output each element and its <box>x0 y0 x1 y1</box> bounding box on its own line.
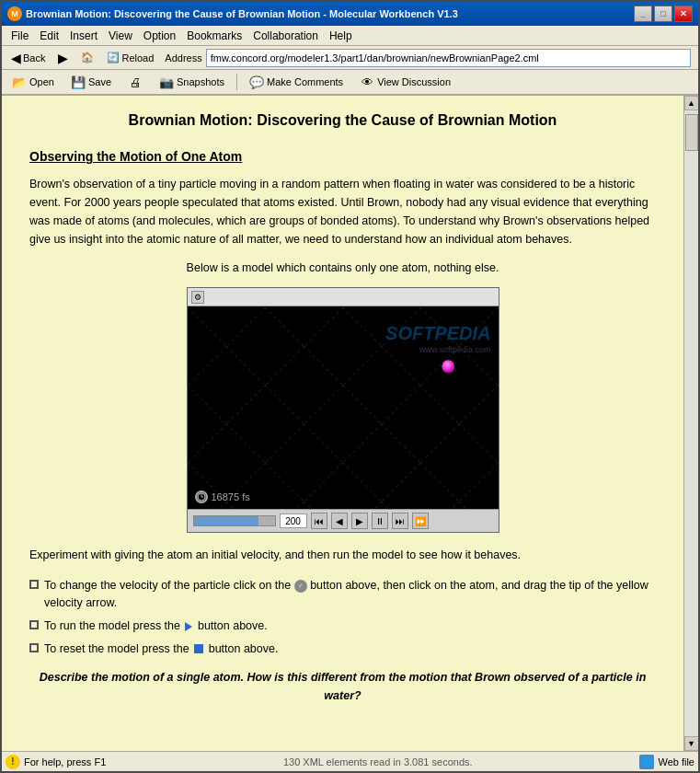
reload-icon: 🔄 <box>107 52 120 63</box>
title-bar-left: M Brownian Motion: Discovering the Cause… <box>7 6 458 21</box>
title-bar: M Brownian Motion: Discovering the Cause… <box>2 2 698 26</box>
nav-toolbar: ◀ Back ▶ 🏠 🔄 Reload Address <box>2 46 698 70</box>
instruction-2-text: To run the model press the button above. <box>44 617 656 635</box>
address-label: Address <box>165 52 201 63</box>
print-icon: 🖨 <box>128 75 143 89</box>
save-button[interactable]: 💾 Save <box>64 72 118 92</box>
scroll-up-button[interactable]: ▲ <box>684 96 699 110</box>
open-icon: 📂 <box>12 75 27 89</box>
view-discussion-button[interactable]: 👁 View Discussion <box>353 72 457 92</box>
back-label: Back <box>23 52 45 63</box>
close-button[interactable]: ✕ <box>674 6 693 22</box>
menu-option[interactable]: Option <box>138 28 181 44</box>
web-file-icon: 🌐 <box>639 755 654 769</box>
make-comments-button[interactable]: 💬 Make Comments <box>243 72 350 92</box>
svg-point-4 <box>442 361 454 374</box>
toolbar-divider <box>236 74 237 90</box>
save-label: Save <box>88 76 111 87</box>
minimize-button[interactable]: _ <box>634 6 652 22</box>
sim-time-value: 16875 fs <box>212 491 250 502</box>
menu-help[interactable]: Help <box>324 28 358 44</box>
title-bar-buttons: _ □ ✕ <box>634 6 693 22</box>
menu-collaboration[interactable]: Collaboration <box>247 28 324 44</box>
instructions-section: To change the velocity of the particle c… <box>29 577 656 657</box>
print-button[interactable]: 🖨 <box>121 72 149 92</box>
camera-icon: 📷 <box>159 75 174 89</box>
experiment-text: Experiment with giving the atom an initi… <box>29 546 656 564</box>
sim-speed-slider[interactable] <box>193 515 276 526</box>
address-bar: Address <box>165 49 691 67</box>
content-area: Brownian Motion: Discovering the Cause o… <box>2 96 698 751</box>
status-warning-icon: ! <box>6 755 20 769</box>
sim-timestamp: 16875 fs <box>195 490 250 503</box>
instruction-1-text: To change the velocity of the particle c… <box>44 577 656 612</box>
sim-speed-input[interactable] <box>280 513 307 528</box>
reset-icon <box>194 644 203 653</box>
back-button[interactable]: ◀ Back <box>6 48 51 68</box>
instruction-1: To change the velocity of the particle c… <box>29 577 656 612</box>
scrollbar-track: ▲ ▼ <box>683 96 698 751</box>
reload-button[interactable]: 🔄 Reload <box>101 49 159 66</box>
model-intro-text: Below is a model which contains only one… <box>29 261 656 274</box>
menu-view[interactable]: View <box>103 28 138 44</box>
address-input[interactable] <box>206 49 691 67</box>
back-arrow-icon: ◀ <box>11 51 21 65</box>
discussion-icon: 👁 <box>360 75 374 89</box>
status-right-text: Web file <box>658 756 694 767</box>
intro-paragraph: Brown's observation of a tiny particle m… <box>29 175 656 248</box>
window-title: Brownian Motion: Discovering the Cause o… <box>26 8 458 19</box>
forward-arrow-icon: ▶ <box>58 51 68 65</box>
play-icon <box>185 622 192 631</box>
status-bar: ! For help, press F1 130 XML elements re… <box>2 751 698 771</box>
clock-icon <box>195 490 208 503</box>
sim-step-forward-button[interactable]: ⏭ <box>392 513 408 529</box>
sim-settings-button[interactable]: ⚙ <box>191 291 204 304</box>
home-button[interactable]: 🏠 <box>75 49 99 66</box>
reload-label: Reload <box>121 52 154 63</box>
snapshots-button[interactable]: 📷 Snapshots <box>153 72 231 92</box>
sim-play-button[interactable]: ▶ <box>351 513 368 529</box>
menu-edit[interactable]: Edit <box>34 28 64 44</box>
question-text: Describe the motion of a single atom. Ho… <box>29 668 656 705</box>
main-window: M Brownian Motion: Discovering the Cause… <box>0 0 700 773</box>
status-center-text: 130 XML elements read in 3.081 seconds. <box>116 756 639 767</box>
simulation-wrapper: ⚙ <box>29 287 656 533</box>
bullet-1 <box>29 580 39 589</box>
open-label: Open <box>29 76 54 87</box>
scroll-down-button[interactable]: ▼ <box>684 736 699 751</box>
sim-start-button[interactable]: ⏮ <box>311 513 327 529</box>
instruction-2: To run the model press the button above. <box>29 617 656 635</box>
forward-button[interactable]: ▶ <box>52 48 74 68</box>
actions-toolbar: 📂 Open 💾 Save 🖨 📷 Snapshots 💬 Make Comme… <box>2 70 698 96</box>
menu-file[interactable]: File <box>6 28 34 44</box>
app-icon: M <box>7 6 22 21</box>
comments-icon: 💬 <box>249 75 264 89</box>
content-scroll: Brownian Motion: Discovering the Cause o… <box>2 96 683 751</box>
sim-grid-svg <box>188 306 499 509</box>
velocity-icon: ♂ <box>294 580 307 593</box>
menu-insert[interactable]: Insert <box>64 28 103 44</box>
bullet-2 <box>29 620 39 629</box>
instruction-3-text: To reset the model press the button abov… <box>44 640 656 658</box>
sim-canvas: SOFTPEDIA www.softpedia.com <box>188 306 499 509</box>
snapshots-label: Snapshots <box>177 76 224 87</box>
home-icon: 🏠 <box>81 52 94 63</box>
maximize-button[interactable]: □ <box>654 6 672 22</box>
sim-fast-forward-button[interactable]: ⏩ <box>412 513 429 529</box>
status-left: ! For help, press F1 <box>6 755 116 769</box>
menu-bookmarks[interactable]: Bookmarks <box>181 28 247 44</box>
status-help-text: For help, press F1 <box>24 756 106 767</box>
view-discussion-label: View Discussion <box>377 76 451 87</box>
sim-header: ⚙ <box>188 288 499 306</box>
open-button[interactable]: 📂 Open <box>6 72 61 92</box>
sim-prev-button[interactable]: ◀ <box>331 513 348 529</box>
sim-controls: ⏮ ◀ ▶ ⏸ ⏭ ⏩ <box>188 509 499 532</box>
menu-bar: File Edit Insert View Option Bookmarks C… <box>2 26 698 46</box>
section-heading: Observing the Motion of One Atom <box>29 149 656 164</box>
bullet-3 <box>29 643 39 652</box>
page-title: Brownian Motion: Discovering the Cause o… <box>29 110 656 131</box>
status-right: 🌐 Web file <box>639 755 694 769</box>
scroll-thumb[interactable] <box>685 114 698 151</box>
sim-pause-button[interactable]: ⏸ <box>372 513 388 529</box>
simulation-box: ⚙ <box>187 287 499 533</box>
